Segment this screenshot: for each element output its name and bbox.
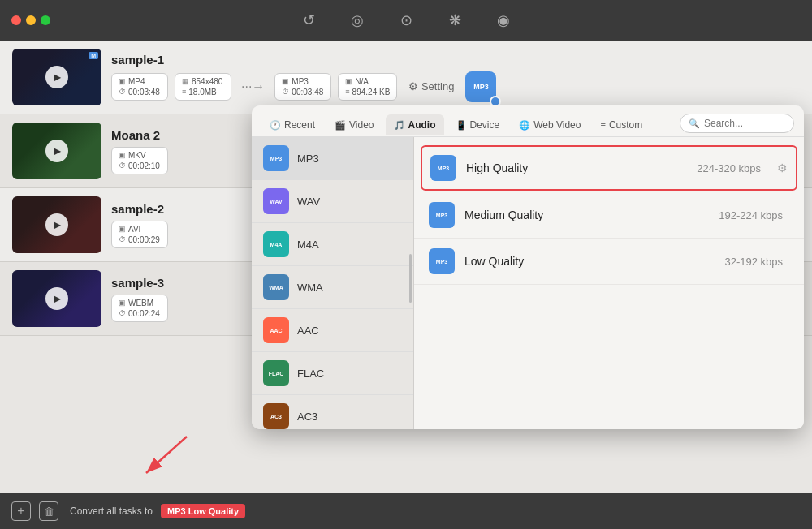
- src-duration: 00:02:24: [128, 309, 160, 318]
- quality-kbps-medium: 192-224 kbps: [719, 209, 783, 221]
- quality-kbps-high: 224-320 kbps: [697, 162, 761, 174]
- scroll-indicator: [409, 254, 412, 303]
- dest-clock-icon: ⏱: [282, 88, 289, 96]
- convert-arrow: ···→: [241, 80, 265, 94]
- src-resolution: 854x480: [192, 77, 222, 86]
- main-content: ▶ M sample-1 ▣MP4 ⏱00:03:48 ▦854x480 ≡18…: [0, 41, 812, 529]
- media-item: ▶ M sample-1 ▣MP4 ⏱00:03:48 ▦854x480 ≡18…: [0, 41, 812, 114]
- tab-custom[interactable]: ≡ Custom: [592, 114, 650, 135]
- nav-icons: ↺ ◎ ⊙ ❋ ◉: [296, 8, 516, 32]
- clock-icon: ⏱: [119, 88, 126, 96]
- output-format-badge[interactable]: MP3: [465, 71, 496, 102]
- clock-icon: ⏱: [119, 161, 126, 170]
- minimize-button[interactable]: [26, 15, 36, 25]
- tab-recent[interactable]: 🕐 Recent: [261, 114, 323, 135]
- web-icon: 🌐: [519, 120, 530, 131]
- src-format: WEBM: [128, 299, 153, 308]
- dst-format: MP3: [292, 77, 309, 86]
- format-badge-wma: WMA: [263, 274, 289, 300]
- format-item-mp3[interactable]: MP3 MP3: [252, 137, 413, 180]
- format-item-flac[interactable]: FLAC FLAC: [252, 352, 413, 395]
- src-format: MKV: [128, 151, 146, 160]
- source-info: ▣WEBM ⏱00:02:24: [111, 295, 168, 322]
- format-badge-ac3: AC3: [263, 403, 289, 429]
- source-resolution-box: ▦854x480 ≡18.0MB: [175, 73, 231, 101]
- quality-item-medium[interactable]: MP3 Medium Quality 192-224 kbps: [414, 192, 804, 239]
- convert-label: Convert all tasks to: [70, 505, 153, 517]
- format-item-wav[interactable]: WAV WAV: [252, 180, 413, 223]
- settings-icon[interactable]: ◉: [491, 8, 516, 32]
- format-name-wma: WMA: [297, 282, 323, 294]
- format-tabs: 🕐 Recent 🎬 Video 🎵 Audio 📱 Device 🌐 Web …: [252, 105, 804, 137]
- quality-item-high[interactable]: MP3 High Quality 224-320 kbps ⚙: [421, 145, 797, 191]
- format-picker-body: MP3 MP3 WAV WAV M4A M4A WMA WMA AAC AA: [252, 137, 804, 429]
- format-item-m4a[interactable]: M4A M4A: [252, 223, 413, 266]
- dst-size: 894.24 KB: [352, 88, 391, 97]
- dest-format-box: ▣MP3 ⏱00:03:48: [274, 73, 331, 101]
- dest-size-icon: ≡: [345, 88, 349, 96]
- setting-button[interactable]: ⚙ Setting: [404, 77, 459, 96]
- play-button[interactable]: ▶: [45, 213, 68, 236]
- tab-device[interactable]: 📱 Device: [447, 114, 508, 135]
- tools-icon[interactable]: ❋: [443, 8, 467, 32]
- src-size: 18.0MB: [188, 88, 216, 97]
- window-controls: [11, 15, 50, 25]
- tab-video[interactable]: 🎬 Video: [326, 114, 382, 135]
- quality-settings-icon[interactable]: ⚙: [777, 161, 788, 174]
- media-details: ▣MP4 ⏱00:03:48 ▦854x480 ≡18.0MB ···→ ▣MP…: [111, 71, 800, 102]
- format-picker: 🕐 Recent 🎬 Video 🎵 Audio 📱 Device 🌐 Web …: [252, 105, 804, 429]
- thumbnail: ▶: [12, 270, 102, 327]
- quality-badge-low: MP3: [429, 248, 455, 274]
- bottom-bar: + 🗑 Convert all tasks to MP3 Low Quality: [0, 493, 812, 529]
- media-icon[interactable]: ⊙: [394, 8, 418, 32]
- thumb-format-badge: M: [89, 52, 98, 59]
- titlebar: ↺ ◎ ⊙ ❋ ◉: [0, 0, 812, 41]
- format-item-aac[interactable]: AAC AAC: [252, 309, 413, 352]
- quality-badge-high: MP3: [430, 155, 456, 181]
- maximize-button[interactable]: [41, 15, 50, 25]
- format-badge-wav: WAV: [263, 188, 289, 214]
- search-input[interactable]: [704, 118, 785, 129]
- quality-item-low[interactable]: MP3 Low Quality 32-192 kbps: [414, 239, 804, 285]
- format-icon: ▣: [119, 77, 126, 85]
- rotate-icon[interactable]: ↺: [296, 8, 321, 32]
- close-button[interactable]: [11, 15, 21, 25]
- add-button[interactable]: +: [11, 501, 31, 521]
- quality-list: MP3 High Quality 224-320 kbps ⚙ MP3 Medi…: [414, 137, 804, 429]
- res-icon: ▦: [182, 77, 189, 85]
- format-icon: ▣: [119, 151, 126, 159]
- quality-name-high: High Quality: [466, 161, 687, 174]
- quality-name-low: Low Quality: [464, 255, 715, 268]
- play-button[interactable]: ▶: [45, 140, 68, 162]
- format-item-ac3[interactable]: AC3 AC3: [252, 395, 413, 429]
- disc-icon[interactable]: ◎: [345, 8, 369, 32]
- format-list: MP3 MP3 WAV WAV M4A M4A WMA WMA AAC AA: [252, 137, 414, 429]
- quality-name-medium: Medium Quality: [464, 209, 709, 221]
- tab-web-video[interactable]: 🌐 Web Video: [511, 114, 589, 135]
- dest-format-icon: ▣: [282, 77, 289, 85]
- svg-line-1: [146, 437, 187, 473]
- source-info: ▣AVI ⏱00:00:29: [111, 221, 168, 248]
- play-button[interactable]: ▶: [45, 287, 68, 310]
- format-icon: ▣: [119, 225, 126, 233]
- thumbnail: ▶: [12, 196, 102, 253]
- format-item-wma[interactable]: WMA WMA: [252, 266, 413, 309]
- media-info: sample-1 ▣MP4 ⏱00:03:48 ▦854x480 ≡18.0MB…: [111, 53, 800, 102]
- search-box: 🔍: [680, 114, 794, 133]
- format-name-ac3: AC3: [297, 411, 317, 423]
- play-button[interactable]: ▶: [45, 66, 68, 88]
- convert-badge[interactable]: MP3 Low Quality: [161, 504, 245, 518]
- src-duration: 00:03:48: [128, 88, 160, 97]
- format-name-mp3: MP3: [297, 153, 319, 165]
- clock-icon: ⏱: [119, 309, 126, 317]
- dest-quality-box: ▣N/A ≡894.24 KB: [338, 73, 397, 101]
- arrow-indicator: [130, 428, 211, 485]
- tab-audio[interactable]: 🎵 Audio: [386, 114, 444, 135]
- na-icon: ▣: [345, 77, 352, 85]
- format-badge-mp3: MP3: [263, 145, 289, 171]
- video-icon: 🎬: [335, 120, 346, 131]
- trash-button[interactable]: 🗑: [39, 501, 58, 521]
- format-name-wav: WAV: [297, 196, 320, 208]
- thumbnail: ▶: [12, 123, 102, 179]
- recent-icon: 🕐: [270, 120, 281, 131]
